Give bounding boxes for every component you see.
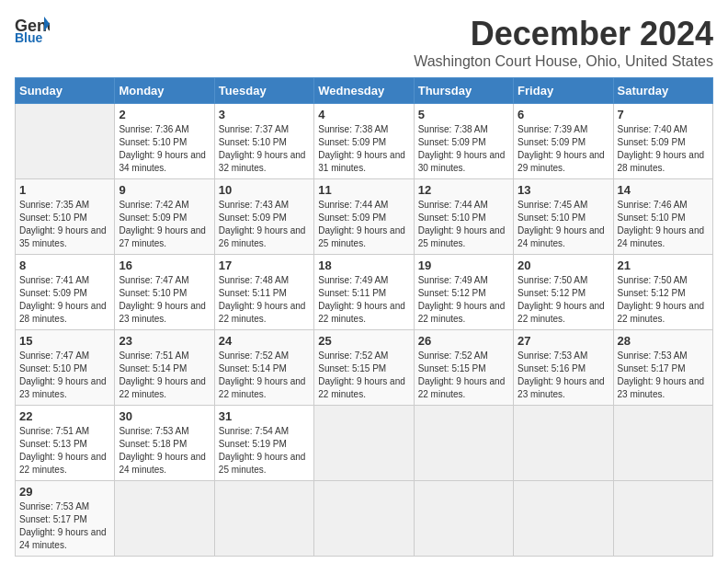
calendar-cell: 1Sunrise: 7:35 AMSunset: 5:10 PMDaylight… [16, 179, 115, 255]
calendar-cell: 11Sunrise: 7:44 AMSunset: 5:09 PMDayligh… [314, 179, 414, 255]
calendar-cell: 14Sunrise: 7:46 AMSunset: 5:10 PMDayligh… [613, 179, 712, 255]
day-info: Sunrise: 7:53 AMSunset: 5:17 PMDaylight:… [19, 500, 110, 552]
header-day-friday: Friday [514, 78, 613, 104]
day-number: 14 [618, 183, 709, 197]
day-info: Sunrise: 7:52 AMSunset: 5:15 PMDaylight:… [418, 350, 509, 401]
day-info: Sunrise: 7:49 AMSunset: 5:11 PMDaylight:… [318, 274, 409, 326]
day-number: 8 [19, 259, 110, 272]
day-number: 24 [219, 334, 310, 348]
day-number: 4 [318, 108, 409, 121]
day-number: 5 [418, 108, 509, 121]
day-info: Sunrise: 7:43 AMSunset: 5:09 PMDaylight:… [219, 199, 310, 250]
calendar-cell: 30Sunrise: 7:53 AMSunset: 5:18 PMDayligh… [115, 406, 214, 481]
calendar-week-1: 1Sunrise: 7:35 AMSunset: 5:10 PMDaylight… [16, 179, 713, 255]
calendar-cell [115, 481, 214, 557]
day-info: Sunrise: 7:45 AMSunset: 5:10 PMDaylight:… [518, 199, 609, 250]
day-number: 25 [318, 334, 409, 348]
day-number: 22 [19, 409, 110, 423]
calendar-cell [414, 481, 513, 557]
calendar-cell: 22Sunrise: 7:51 AMSunset: 5:13 PMDayligh… [16, 406, 115, 481]
title-area: December 2024 Washington Court House, Oh… [414, 15, 713, 70]
calendar-cell: 18Sunrise: 7:49 AMSunset: 5:11 PMDayligh… [314, 255, 414, 330]
calendar-cell: 19Sunrise: 7:49 AMSunset: 5:12 PMDayligh… [414, 255, 513, 330]
logo-icon: General Blue [15, 15, 50, 42]
day-info: Sunrise: 7:49 AMSunset: 5:12 PMDaylight:… [418, 274, 509, 326]
day-info: Sunrise: 7:51 AMSunset: 5:13 PMDaylight:… [19, 425, 110, 477]
day-number: 7 [618, 108, 709, 121]
day-number: 16 [119, 259, 210, 272]
day-number: 18 [318, 259, 409, 272]
day-info: Sunrise: 7:44 AMSunset: 5:09 PMDaylight:… [318, 199, 409, 250]
calendar-cell: 2Sunrise: 7:36 AMSunset: 5:10 PMDaylight… [115, 104, 214, 179]
day-info: Sunrise: 7:46 AMSunset: 5:10 PMDaylight:… [618, 199, 709, 250]
day-info: Sunrise: 7:50 AMSunset: 5:12 PMDaylight:… [518, 274, 609, 326]
day-info: Sunrise: 7:48 AMSunset: 5:11 PMDaylight:… [219, 274, 310, 326]
calendar-cell: 10Sunrise: 7:43 AMSunset: 5:09 PMDayligh… [214, 179, 313, 255]
calendar-week-5: 29Sunrise: 7:53 AMSunset: 5:17 PMDayligh… [16, 481, 713, 557]
calendar-cell: 13Sunrise: 7:45 AMSunset: 5:10 PMDayligh… [514, 179, 613, 255]
calendar-cell: 29Sunrise: 7:53 AMSunset: 5:17 PMDayligh… [16, 481, 115, 557]
calendar-cell [16, 104, 115, 179]
calendar-cell [314, 481, 414, 557]
header-day-thursday: Thursday [414, 78, 513, 104]
calendar-cell: 27Sunrise: 7:53 AMSunset: 5:16 PMDayligh… [514, 330, 613, 406]
day-info: Sunrise: 7:52 AMSunset: 5:14 PMDaylight:… [219, 350, 310, 401]
header-day-monday: Monday [115, 78, 214, 104]
header-day-sunday: Sunday [16, 78, 115, 104]
calendar-cell: 7Sunrise: 7:40 AMSunset: 5:09 PMDaylight… [613, 104, 712, 179]
day-number: 28 [618, 334, 709, 348]
logo: General Blue [15, 15, 50, 42]
header-day-wednesday: Wednesday [314, 78, 414, 104]
calendar-cell [514, 406, 613, 481]
calendar-cell: 4Sunrise: 7:38 AMSunset: 5:09 PMDaylight… [314, 104, 414, 179]
day-info: Sunrise: 7:41 AMSunset: 5:09 PMDaylight:… [19, 274, 110, 326]
calendar-week-3: 15Sunrise: 7:47 AMSunset: 5:10 PMDayligh… [16, 330, 713, 406]
day-number: 31 [219, 409, 310, 423]
calendar-cell: 28Sunrise: 7:53 AMSunset: 5:17 PMDayligh… [613, 330, 712, 406]
calendar-cell [514, 481, 613, 557]
day-number: 20 [518, 259, 609, 272]
day-number: 9 [119, 183, 210, 197]
day-info: Sunrise: 7:47 AMSunset: 5:10 PMDaylight:… [119, 274, 210, 326]
calendar-cell [613, 481, 712, 557]
calendar-cell: 23Sunrise: 7:51 AMSunset: 5:14 PMDayligh… [115, 330, 214, 406]
svg-text:Blue: Blue [15, 30, 43, 42]
header-day-saturday: Saturday [613, 78, 712, 104]
day-info: Sunrise: 7:36 AMSunset: 5:10 PMDaylight:… [119, 123, 210, 175]
day-info: Sunrise: 7:53 AMSunset: 5:18 PMDaylight:… [119, 425, 210, 477]
day-info: Sunrise: 7:38 AMSunset: 5:09 PMDaylight:… [418, 123, 509, 175]
day-info: Sunrise: 7:53 AMSunset: 5:16 PMDaylight:… [518, 350, 609, 401]
day-number: 15 [19, 334, 110, 348]
calendar-cell: 20Sunrise: 7:50 AMSunset: 5:12 PMDayligh… [514, 255, 613, 330]
calendar-cell [414, 406, 513, 481]
day-info: Sunrise: 7:35 AMSunset: 5:10 PMDaylight:… [19, 199, 110, 250]
day-info: Sunrise: 7:40 AMSunset: 5:09 PMDaylight:… [618, 123, 709, 175]
calendar-cell [314, 406, 414, 481]
day-number: 29 [19, 485, 110, 499]
day-info: Sunrise: 7:52 AMSunset: 5:15 PMDaylight:… [318, 350, 409, 401]
day-info: Sunrise: 7:54 AMSunset: 5:19 PMDaylight:… [219, 425, 310, 477]
day-number: 11 [318, 183, 409, 197]
calendar-cell: 25Sunrise: 7:52 AMSunset: 5:15 PMDayligh… [314, 330, 414, 406]
month-title: December 2024 [414, 15, 713, 53]
calendar-cell: 26Sunrise: 7:52 AMSunset: 5:15 PMDayligh… [414, 330, 513, 406]
day-info: Sunrise: 7:53 AMSunset: 5:17 PMDaylight:… [618, 350, 709, 401]
calendar-cell: 6Sunrise: 7:39 AMSunset: 5:09 PMDaylight… [514, 104, 613, 179]
day-info: Sunrise: 7:39 AMSunset: 5:09 PMDaylight:… [518, 123, 609, 175]
day-number: 3 [219, 108, 310, 121]
calendar-cell: 12Sunrise: 7:44 AMSunset: 5:10 PMDayligh… [414, 179, 513, 255]
calendar-week-0: 2Sunrise: 7:36 AMSunset: 5:10 PMDaylight… [16, 104, 713, 179]
day-number: 26 [418, 334, 509, 348]
calendar-cell: 24Sunrise: 7:52 AMSunset: 5:14 PMDayligh… [214, 330, 313, 406]
day-info: Sunrise: 7:44 AMSunset: 5:10 PMDaylight:… [418, 199, 509, 250]
header: General Blue December 2024 Washington Co… [15, 15, 713, 70]
day-number: 30 [119, 409, 210, 423]
calendar-week-2: 8Sunrise: 7:41 AMSunset: 5:09 PMDaylight… [16, 255, 713, 330]
header-day-tuesday: Tuesday [214, 78, 313, 104]
calendar-cell: 8Sunrise: 7:41 AMSunset: 5:09 PMDaylight… [16, 255, 115, 330]
day-number: 17 [219, 259, 310, 272]
day-info: Sunrise: 7:51 AMSunset: 5:14 PMDaylight:… [119, 350, 210, 401]
calendar-week-4: 22Sunrise: 7:51 AMSunset: 5:13 PMDayligh… [16, 406, 713, 481]
day-info: Sunrise: 7:50 AMSunset: 5:12 PMDaylight:… [618, 274, 709, 326]
calendar-cell: 17Sunrise: 7:48 AMSunset: 5:11 PMDayligh… [214, 255, 313, 330]
